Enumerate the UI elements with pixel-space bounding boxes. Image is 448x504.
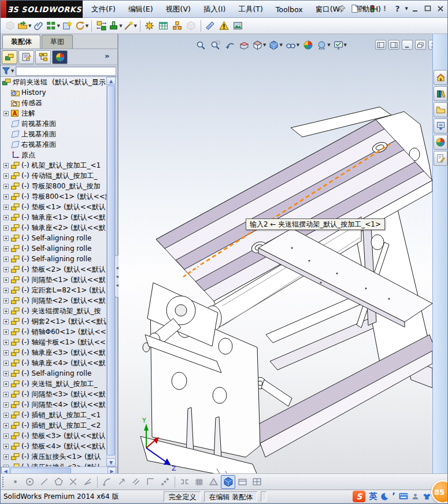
point-pattern-button[interactable] [158, 475, 172, 489]
instant3d-button[interactable] [184, 19, 198, 33]
configurationmanager-tab[interactable] [35, 50, 51, 64]
graphics-viewport[interactable]: Y Z [119, 34, 432, 473]
help-icon[interactable]: ? [392, 3, 403, 14]
expand-icon[interactable] [3, 454, 9, 459]
linear-component-pattern-button[interactable]: ▼ [46, 19, 60, 33]
expand-icon[interactable] [3, 381, 9, 387]
menu-2[interactable]: 编辑(E) [123, 2, 158, 17]
view-orientation-button[interactable]: ▼ [252, 38, 266, 52]
tree-item[interactable]: 前视基准面 [1, 118, 106, 129]
hide-show-items-button[interactable]: ▼ [285, 38, 300, 52]
polygon-button[interactable] [51, 475, 66, 489]
user-icon[interactable] [412, 492, 419, 501]
expand-icon[interactable] [3, 194, 9, 199]
close-button[interactable] [435, 3, 446, 14]
zoom-to-fit-button[interactable] [194, 38, 207, 52]
expand-icon[interactable] [3, 433, 9, 439]
tree-item[interactable]: (-) Self-aligning rolle [1, 254, 106, 264]
restore-doc-button[interactable] [415, 40, 426, 50]
show-hidden-components-button[interactable] [94, 19, 108, 33]
tree-item[interactable]: (-) 垫板<1> (默认<<默认 [1, 202, 106, 212]
new-document-button[interactable] [349, 3, 360, 14]
traffic-light-icon[interactable] [366, 3, 378, 14]
appearances-photo-button[interactable] [231, 19, 245, 33]
view-settings-button[interactable]: ▼ [333, 38, 347, 52]
corner-rectangle-button[interactable] [143, 475, 158, 489]
smart-fasteners-button[interactable] [61, 19, 75, 33]
trim-button[interactable] [66, 475, 80, 489]
minimize-doc-button[interactable] [402, 40, 413, 50]
menu-3[interactable]: 视图(V) [161, 2, 196, 17]
pane-left-button[interactable] [375, 40, 386, 50]
expand-icon[interactable] [3, 257, 9, 262]
tree-item[interactable]: (-) Self-aligning rolle [1, 368, 106, 379]
tree-item[interactable]: (-) 插销_默认_按加工_<1 [1, 410, 106, 420]
interference-detection-button[interactable] [217, 19, 231, 33]
tree-vscroll-up[interactable]: ▲ [106, 77, 116, 85]
expand-icon[interactable] [3, 319, 9, 324]
maximize-button[interactable] [422, 3, 434, 14]
expand-icon[interactable] [3, 163, 9, 168]
view-palette-button[interactable] [434, 118, 447, 134]
previous-view-button[interactable] [223, 38, 236, 52]
parallel-button[interactable] [129, 475, 143, 489]
tree-item[interactable]: (-) 铜套2<1> (默认<<默认 [1, 316, 106, 327]
expand-icon[interactable] [3, 402, 9, 407]
expand-icon[interactable] [3, 329, 9, 335]
expand-icon[interactable] [3, 340, 9, 345]
reference-geometry-button[interactable]: ▼ [123, 19, 138, 33]
tree-item[interactable]: (-) 销轴Φ60<1> (默认<< [1, 327, 106, 337]
shaded-view-button[interactable] [221, 475, 235, 489]
sogou-icon[interactable]: S [353, 491, 365, 502]
new-document-dropdown[interactable]: ▼ [362, 6, 365, 11]
file-explorer-button[interactable] [434, 102, 447, 117]
tree-item[interactable]: 原点 [1, 150, 106, 160]
expand-icon[interactable] [3, 371, 9, 376]
tree-item[interactable]: (-) 间隔垫<1> (默认<<默 [1, 275, 106, 285]
tree-item[interactable]: (-) 间隔垫<4> (默认<<默 [1, 399, 106, 410]
expand-icon[interactable] [3, 423, 9, 428]
expand-icon[interactable] [3, 413, 9, 418]
expand-icon[interactable] [3, 392, 9, 397]
expand-icon[interactable] [3, 215, 9, 220]
comma-icon[interactable]: ’ [392, 491, 395, 502]
tree-item[interactable]: (-) 机架_默认_按加工_<1 [1, 160, 106, 171]
expand-icon[interactable] [3, 184, 9, 189]
tree-item[interactable]: (-) 导板800<1> (默认<<默 [1, 191, 106, 202]
tree-item[interactable]: (-) 垫板<2> (默认<<默认 [1, 264, 106, 275]
panel-overflow-chevron[interactable]: » [105, 51, 109, 60]
tree-item[interactable]: (-) 间隔垫<3> (默认<<默 [1, 389, 106, 399]
new-motion-study-button[interactable] [143, 19, 157, 33]
expand-icon[interactable] [3, 267, 9, 272]
zoom-to-area-button[interactable] [209, 38, 221, 52]
assembly-features-dropdown[interactable]: ▼ [119, 24, 122, 28]
line-button[interactable] [37, 475, 51, 489]
triangle-relation-button[interactable] [206, 475, 221, 489]
tree-item[interactable]: (-) 垫板<3> (默认<<默认 [1, 431, 106, 441]
tree-item[interactable]: (-) 间隔垫<2> (默认<<默 [1, 295, 106, 306]
assembly-features-button[interactable]: ▼ [108, 19, 123, 33]
ime-language-toggle[interactable]: 英 [369, 491, 377, 502]
edit-appearance-button[interactable] [302, 38, 314, 52]
hide-show-items-dropdown[interactable]: ▼ [297, 43, 299, 47]
tree-item[interactable]: 上视基准面 [1, 129, 106, 139]
tree-item[interactable]: (-) 轴端卡板<1> (默认<< [1, 337, 106, 347]
expand-icon[interactable] [3, 298, 9, 303]
filter-input[interactable] [16, 66, 116, 76]
tree-item[interactable]: A注解 [1, 108, 106, 118]
displaymanager-tab[interactable] [52, 50, 68, 64]
skin-shirt-icon[interactable] [423, 492, 431, 501]
propertymanager-tab[interactable] [18, 50, 34, 64]
display-style-dropdown[interactable]: ▼ [279, 43, 282, 47]
expand-icon[interactable] [3, 288, 9, 293]
grid-button[interactable] [192, 475, 206, 489]
expand-icon[interactable] [3, 309, 9, 314]
reference-geometry-dropdown[interactable]: ▼ [134, 24, 137, 28]
tree-vscroll-down[interactable]: ▼ [106, 458, 116, 466]
expand-icon[interactable] [3, 246, 9, 251]
section-view-button[interactable] [238, 38, 250, 52]
mate-button[interactable] [32, 19, 46, 33]
expand-icon[interactable] [3, 111, 9, 116]
alert-icon[interactable]: ! [379, 3, 391, 14]
custom-properties-button[interactable] [434, 151, 447, 166]
